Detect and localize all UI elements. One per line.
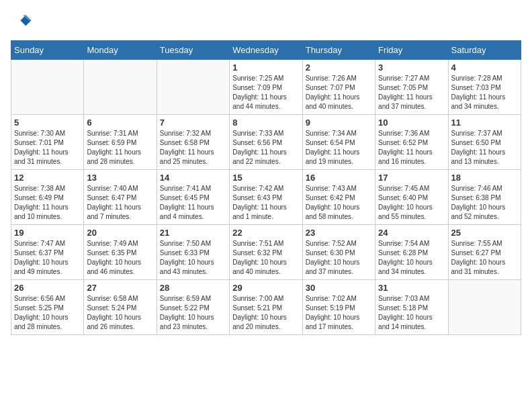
weekday-header-monday: Monday — [84, 41, 157, 60]
calendar-week-4: 26Sunrise: 6:56 AM Sunset: 5:25 PM Dayli… — [11, 280, 521, 335]
calendar-cell: 15Sunrise: 7:42 AM Sunset: 6:43 PM Dayli… — [230, 170, 302, 225]
weekday-header-saturday: Saturday — [448, 41, 521, 60]
calendar-cell: 7Sunrise: 7:32 AM Sunset: 6:58 PM Daylig… — [157, 115, 229, 170]
calendar-cell: 20Sunrise: 7:49 AM Sunset: 6:35 PM Dayli… — [84, 225, 157, 280]
day-info: Sunrise: 7:42 AM Sunset: 6:43 PM Dayligh… — [232, 184, 299, 222]
calendar-cell — [11, 60, 84, 115]
day-info: Sunrise: 7:40 AM Sunset: 6:47 PM Dayligh… — [87, 184, 153, 222]
day-number: 3 — [378, 62, 445, 73]
calendar-cell: 14Sunrise: 7:41 AM Sunset: 6:45 PM Dayli… — [157, 170, 229, 225]
day-info: Sunrise: 7:32 AM Sunset: 6:58 PM Dayligh… — [160, 129, 226, 167]
day-number: 31 — [378, 283, 445, 293]
day-number: 5 — [14, 118, 81, 128]
day-info: Sunrise: 7:36 AM Sunset: 6:52 PM Dayligh… — [378, 129, 445, 167]
day-number: 10 — [378, 118, 445, 128]
header — [11, 11, 521, 32]
day-info: Sunrise: 7:49 AM Sunset: 6:35 PM Dayligh… — [87, 239, 153, 277]
day-info: Sunrise: 7:26 AM Sunset: 7:07 PM Dayligh… — [306, 74, 372, 111]
day-info: Sunrise: 7:50 AM Sunset: 6:33 PM Dayligh… — [160, 239, 226, 277]
calendar-cell: 29Sunrise: 7:00 AM Sunset: 5:21 PM Dayli… — [230, 280, 302, 335]
calendar-cell: 12Sunrise: 7:38 AM Sunset: 6:49 PM Dayli… — [11, 170, 84, 225]
day-number: 23 — [306, 228, 372, 238]
day-number: 2 — [306, 62, 372, 73]
day-number: 26 — [14, 283, 81, 293]
calendar-week-1: 5Sunrise: 7:30 AM Sunset: 7:01 PM Daylig… — [11, 115, 521, 170]
calendar-cell: 18Sunrise: 7:46 AM Sunset: 6:38 PM Dayli… — [448, 170, 521, 225]
calendar-cell: 10Sunrise: 7:36 AM Sunset: 6:52 PM Dayli… — [375, 115, 448, 170]
calendar-cell: 11Sunrise: 7:37 AM Sunset: 6:50 PM Dayli… — [448, 115, 521, 170]
day-number: 17 — [378, 173, 445, 183]
calendar-cell: 16Sunrise: 7:43 AM Sunset: 6:42 PM Dayli… — [302, 170, 375, 225]
day-number: 15 — [232, 173, 299, 183]
day-info: Sunrise: 6:58 AM Sunset: 5:24 PM Dayligh… — [87, 294, 153, 332]
day-number: 30 — [306, 283, 372, 293]
day-info: Sunrise: 7:43 AM Sunset: 6:42 PM Dayligh… — [306, 184, 372, 222]
calendar-cell: 8Sunrise: 7:33 AM Sunset: 6:56 PM Daylig… — [230, 115, 302, 170]
calendar-cell: 3Sunrise: 7:27 AM Sunset: 7:05 PM Daylig… — [375, 60, 448, 115]
calendar-cell: 26Sunrise: 6:56 AM Sunset: 5:25 PM Dayli… — [11, 280, 84, 335]
day-number: 21 — [160, 228, 226, 238]
day-info: Sunrise: 7:55 AM Sunset: 6:27 PM Dayligh… — [451, 239, 518, 277]
calendar-week-0: 1Sunrise: 7:25 AM Sunset: 7:09 PM Daylig… — [11, 60, 521, 115]
day-number: 29 — [232, 283, 299, 293]
day-number: 8 — [232, 118, 299, 128]
calendar-cell: 21Sunrise: 7:50 AM Sunset: 6:33 PM Dayli… — [157, 225, 229, 280]
day-info: Sunrise: 7:37 AM Sunset: 6:50 PM Dayligh… — [451, 129, 518, 167]
day-info: Sunrise: 7:51 AM Sunset: 6:32 PM Dayligh… — [232, 239, 299, 277]
day-info: Sunrise: 7:46 AM Sunset: 6:38 PM Dayligh… — [451, 184, 518, 222]
day-number: 22 — [232, 228, 299, 238]
day-info: Sunrise: 7:34 AM Sunset: 6:54 PM Dayligh… — [306, 129, 372, 167]
calendar-cell: 2Sunrise: 7:26 AM Sunset: 7:07 PM Daylig… — [302, 60, 375, 115]
day-info: Sunrise: 7:30 AM Sunset: 7:01 PM Dayligh… — [14, 129, 81, 167]
day-number: 6 — [87, 118, 153, 128]
day-info: Sunrise: 7:38 AM Sunset: 6:49 PM Dayligh… — [14, 184, 81, 222]
calendar-cell: 27Sunrise: 6:58 AM Sunset: 5:24 PM Dayli… — [84, 280, 157, 335]
calendar-cell: 17Sunrise: 7:45 AM Sunset: 6:40 PM Dayli… — [375, 170, 448, 225]
day-number: 4 — [451, 62, 518, 73]
day-info: Sunrise: 6:59 AM Sunset: 5:22 PM Dayligh… — [160, 294, 226, 332]
calendar-cell: 23Sunrise: 7:52 AM Sunset: 6:30 PM Dayli… — [302, 225, 375, 280]
day-number: 28 — [160, 283, 226, 293]
calendar-cell: 6Sunrise: 7:31 AM Sunset: 6:59 PM Daylig… — [84, 115, 157, 170]
day-number: 18 — [451, 173, 518, 183]
calendar-cell — [157, 60, 229, 115]
day-number: 16 — [306, 173, 372, 183]
day-info: Sunrise: 7:52 AM Sunset: 6:30 PM Dayligh… — [306, 239, 372, 277]
calendar-cell: 28Sunrise: 6:59 AM Sunset: 5:22 PM Dayli… — [157, 280, 229, 335]
day-info: Sunrise: 7:27 AM Sunset: 7:05 PM Dayligh… — [378, 74, 445, 111]
day-number: 13 — [87, 173, 153, 183]
day-number: 20 — [87, 228, 153, 238]
weekday-header-friday: Friday — [375, 41, 448, 60]
day-info: Sunrise: 7:03 AM Sunset: 5:18 PM Dayligh… — [378, 294, 445, 332]
calendar-cell: 25Sunrise: 7:55 AM Sunset: 6:27 PM Dayli… — [448, 225, 521, 280]
logo — [11, 11, 35, 32]
logo-icon — [11, 11, 32, 32]
calendar-cell: 4Sunrise: 7:28 AM Sunset: 7:03 PM Daylig… — [448, 60, 521, 115]
calendar-week-3: 19Sunrise: 7:47 AM Sunset: 6:37 PM Dayli… — [11, 225, 521, 280]
calendar-cell: 22Sunrise: 7:51 AM Sunset: 6:32 PM Dayli… — [230, 225, 302, 280]
day-number: 9 — [306, 118, 372, 128]
calendar-cell: 30Sunrise: 7:02 AM Sunset: 5:19 PM Dayli… — [302, 280, 375, 335]
day-info: Sunrise: 7:00 AM Sunset: 5:21 PM Dayligh… — [232, 294, 299, 332]
day-number: 25 — [451, 228, 518, 238]
calendar-cell: 24Sunrise: 7:54 AM Sunset: 6:28 PM Dayli… — [375, 225, 448, 280]
calendar-cell — [84, 60, 157, 115]
day-number: 27 — [87, 283, 153, 293]
day-info: Sunrise: 7:02 AM Sunset: 5:19 PM Dayligh… — [306, 294, 372, 332]
weekday-header-thursday: Thursday — [302, 41, 375, 60]
day-number: 24 — [378, 228, 445, 238]
page: SundayMondayTuesdayWednesdayThursdayFrid… — [0, 0, 532, 346]
calendar-cell: 9Sunrise: 7:34 AM Sunset: 6:54 PM Daylig… — [302, 115, 375, 170]
day-info: Sunrise: 7:33 AM Sunset: 6:56 PM Dayligh… — [232, 129, 299, 167]
weekday-header-sunday: Sunday — [11, 41, 84, 60]
day-info: Sunrise: 7:28 AM Sunset: 7:03 PM Dayligh… — [451, 74, 518, 111]
day-info: Sunrise: 7:47 AM Sunset: 6:37 PM Dayligh… — [14, 239, 81, 277]
day-info: Sunrise: 7:54 AM Sunset: 6:28 PM Dayligh… — [378, 239, 445, 277]
calendar-cell: 31Sunrise: 7:03 AM Sunset: 5:18 PM Dayli… — [375, 280, 448, 335]
weekday-header-row: SundayMondayTuesdayWednesdayThursdayFrid… — [11, 41, 521, 60]
weekday-header-wednesday: Wednesday — [230, 41, 302, 60]
day-info: Sunrise: 7:25 AM Sunset: 7:09 PM Dayligh… — [232, 74, 299, 111]
calendar-table: SundayMondayTuesdayWednesdayThursdayFrid… — [11, 40, 521, 335]
calendar-cell: 19Sunrise: 7:47 AM Sunset: 6:37 PM Dayli… — [11, 225, 84, 280]
day-number: 1 — [232, 62, 299, 73]
